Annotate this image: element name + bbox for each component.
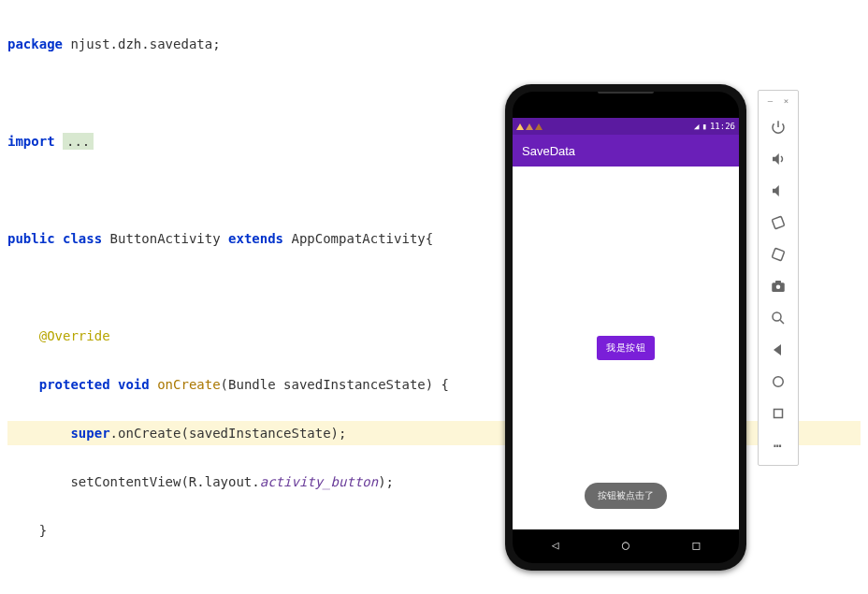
setContentView-call: setContentView(R.layout. (70, 474, 259, 489)
app-bar: SaveData (513, 135, 739, 167)
android-nav-bar: ◁ ◯ □ (520, 531, 731, 558)
volume-up-icon[interactable] (763, 144, 793, 174)
rotate-right-icon[interactable] (763, 239, 793, 269)
warning-icon (535, 123, 542, 130)
svg-rect-0 (772, 216, 784, 228)
back-icon[interactable] (763, 335, 793, 365)
status-icons-left (516, 123, 542, 130)
phone-speaker (598, 92, 654, 94)
svg-point-5 (773, 312, 781, 321)
nav-back-icon[interactable]: ◁ (552, 538, 559, 552)
super-call: .onCreate(savedInstanceState); (110, 426, 347, 441)
emulator-toolbar: — × ⋯ (758, 90, 799, 466)
svg-point-3 (776, 285, 781, 290)
camera-icon[interactable] (763, 271, 793, 301)
superclass-name: AppCompatActivity{ (291, 231, 433, 246)
toast-message: 按钮被点击了 (585, 483, 667, 509)
class-name: ButtonActivity (110, 231, 228, 246)
onCreate-params: (Bundle savedInstanceState) { (221, 377, 449, 392)
keyword-super: super (70, 426, 109, 441)
svg-line-6 (780, 320, 784, 324)
package-path: njust.dzh.savedata; (63, 36, 221, 51)
warning-icon (516, 123, 524, 130)
emulator-minimize-button[interactable]: — (768, 96, 773, 106)
svg-rect-8 (774, 410, 783, 418)
home-icon[interactable] (763, 367, 793, 397)
status-right: ◢ ▮ 11:26 (694, 122, 735, 131)
folded-imports[interactable]: ... (63, 133, 94, 150)
app-title: SaveData (522, 144, 575, 158)
overview-icon[interactable] (763, 398, 793, 428)
more-icon[interactable]: ⋯ (763, 430, 793, 460)
nav-home-icon[interactable]: ◯ (622, 538, 629, 552)
power-icon[interactable] (763, 112, 793, 142)
rotate-left-icon[interactable] (763, 208, 793, 238)
emulator-device-frame: ◢ ▮ 11:26 SaveData 我是按钮 按钮被点击了 ◁ ◯ □ (505, 84, 746, 571)
layout-ref: activity_button (260, 474, 378, 489)
demo-button[interactable]: 我是按钮 (597, 336, 655, 360)
status-bar: ◢ ▮ 11:26 (513, 118, 739, 135)
emulator-close-button[interactable]: × (784, 96, 788, 106)
annotation-override: @Override (39, 328, 110, 343)
volume-down-icon[interactable] (763, 176, 793, 206)
battery-icon: ▮ (702, 122, 706, 131)
keyword-class: class (63, 231, 110, 246)
keyword-public: public (7, 231, 63, 246)
svg-rect-4 (775, 281, 781, 283)
svg-rect-1 (772, 248, 784, 260)
keyword-import: import (7, 134, 63, 149)
zoom-icon[interactable] (763, 303, 793, 333)
signal-icon: ◢ (694, 122, 699, 131)
emulator-screen[interactable]: ◢ ▮ 11:26 SaveData 我是按钮 按钮被点击了 (513, 118, 739, 529)
brace-close: } (39, 523, 47, 538)
keyword-void: void (118, 377, 157, 392)
method-onCreate: onCreate (157, 377, 220, 392)
call-close: ); (378, 474, 394, 489)
keyword-package: package (7, 36, 63, 51)
nav-recent-icon[interactable]: □ (692, 538, 700, 552)
warning-icon (526, 123, 533, 130)
status-time: 11:26 (710, 122, 735, 131)
svg-point-7 (774, 377, 784, 387)
app-body[interactable]: 我是按钮 按钮被点击了 (513, 167, 739, 529)
keyword-extends: extends (228, 231, 291, 246)
keyword-protected: protected (39, 377, 118, 392)
